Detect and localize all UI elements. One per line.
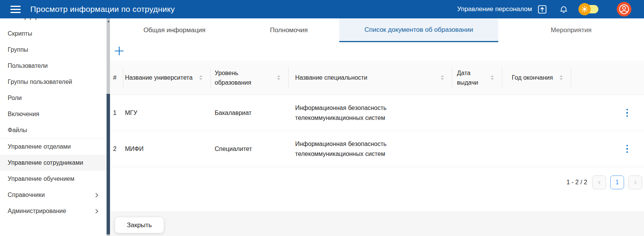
scroll-up-arrow-icon[interactable]: [107, 20, 110, 22]
sidebar-item-scripts[interactable]: Скрипты: [0, 26, 110, 42]
tab-bar: Общая информация Полномочия Список докум…: [110, 18, 644, 42]
cell-specialty: Информационная безопасность телекоммуник…: [289, 131, 452, 167]
sun-icon: [578, 3, 591, 15]
sort-icon[interactable]: [277, 75, 280, 80]
bell-icon: [559, 5, 568, 14]
notifications-button[interactable]: [559, 5, 568, 14]
pagination-prev-button[interactable]: [592, 175, 606, 189]
sidebar-menu: Скрипты Группы Пользователи Группы польз…: [0, 18, 110, 219]
column-header-education-level[interactable]: Уровень образования: [211, 61, 289, 95]
column-header-university[interactable]: Название университета: [123, 61, 211, 95]
pagination-next-button[interactable]: [628, 175, 642, 189]
cell-university: МИФИ: [123, 131, 211, 167]
sort-icon[interactable]: [491, 75, 494, 80]
column-header-actions: [571, 61, 644, 95]
sidebar-item-user-groups[interactable]: Группы пользователей: [0, 74, 110, 90]
cell-issue-date: [452, 131, 502, 167]
hamburger-icon: [10, 6, 21, 7]
user-icon: [618, 3, 630, 15]
sidebar-item-directories[interactable]: Справочники: [0, 187, 110, 203]
header-actions: Управление персоналом: [457, 2, 644, 16]
sidebar-item-training-management[interactable]: Управление обучением: [0, 171, 110, 187]
education-documents-table: # Название университета Уровень образова…: [110, 61, 644, 167]
cell-university: МГУ: [123, 95, 211, 131]
cell-specialty: Информационная безопасность телекоммуник…: [289, 95, 452, 131]
sidebar-scrollbar[interactable]: [107, 18, 110, 236]
cell-education-level: Бакалавриат: [211, 95, 289, 131]
column-header-num: #: [110, 61, 123, 95]
column-header-specialty[interactable]: Название специальности: [289, 61, 452, 95]
tab-education-documents[interactable]: Список документов об образовании: [339, 18, 498, 42]
cell-issue-date: [452, 95, 502, 131]
tab-events[interactable]: Мероприятия: [498, 18, 644, 42]
cell-graduation-year: [502, 131, 571, 167]
tab-authorities[interactable]: Полномочия: [238, 18, 339, 42]
scrollbar-thumb[interactable]: [107, 94, 110, 234]
plus-icon: [113, 45, 125, 57]
sidebar-item-inclusions[interactable]: Включения: [0, 106, 110, 122]
pagination-page-1-button[interactable]: 1: [610, 175, 624, 189]
pagination: 1 - 2 / 2 1: [110, 175, 642, 189]
table-row: 2 МИФИ Специалитет Информационная безопа…: [110, 131, 644, 167]
sidebar-item-clipped[interactable]: [25, 18, 36, 20]
sidebar: Скрипты Группы Пользователи Группы польз…: [0, 18, 110, 236]
open-portal-button[interactable]: [537, 4, 547, 15]
sidebar-item-department-management[interactable]: Управление отделами: [0, 139, 110, 155]
column-header-issue-date[interactable]: Дата выдачи: [452, 61, 502, 95]
footer-bar: Закрыть: [110, 211, 644, 236]
sidebar-item-administration[interactable]: Администрирование: [0, 203, 110, 219]
add-document-button[interactable]: [113, 44, 126, 57]
cell-education-level: Специалитет: [211, 131, 289, 167]
tab-general-info[interactable]: Общая информация: [110, 18, 238, 42]
cell-actions: [571, 131, 644, 167]
page-title: Просмотр информации по сотруднику: [30, 5, 175, 14]
sidebar-item-files[interactable]: Файлы: [0, 122, 110, 138]
sort-icon[interactable]: [560, 75, 563, 80]
table-row: 1 МГУ Бакалавриат Информационная безопас…: [110, 95, 644, 131]
portal-label[interactable]: Управление персоналом: [457, 5, 532, 13]
sidebar-item-employee-management[interactable]: Управление сотрудниками: [0, 155, 110, 171]
user-avatar-button[interactable]: [617, 2, 631, 16]
row-actions-button[interactable]: [624, 106, 631, 120]
cell-num: 2: [110, 131, 123, 167]
cell-graduation-year: [502, 95, 571, 131]
pagination-range: 1 - 2 / 2: [567, 179, 587, 186]
chevron-right-icon: [94, 208, 100, 214]
chevron-right-icon: [94, 192, 100, 198]
sort-icon[interactable]: [441, 75, 444, 80]
external-window-icon: [537, 4, 547, 15]
app-header: Просмотр информации по сотруднику Управл…: [0, 0, 644, 18]
row-actions-button[interactable]: [624, 142, 631, 156]
chevron-right-icon: [633, 180, 638, 185]
theme-toggle[interactable]: [578, 3, 598, 15]
chevron-left-icon: [597, 180, 602, 185]
close-button[interactable]: Закрыть: [115, 217, 164, 233]
cell-num: 1: [110, 95, 123, 131]
table-header-row: # Название университета Уровень образова…: [110, 61, 644, 95]
cell-actions: [571, 95, 644, 131]
sidebar-item-groups[interactable]: Группы: [0, 42, 110, 58]
menu-button[interactable]: [10, 6, 21, 13]
sidebar-item-users[interactable]: Пользователи: [0, 58, 110, 74]
sort-icon[interactable]: [199, 75, 202, 80]
column-header-graduation-year[interactable]: Год окончания: [502, 61, 571, 95]
sidebar-item-roles[interactable]: Роли: [0, 90, 110, 106]
